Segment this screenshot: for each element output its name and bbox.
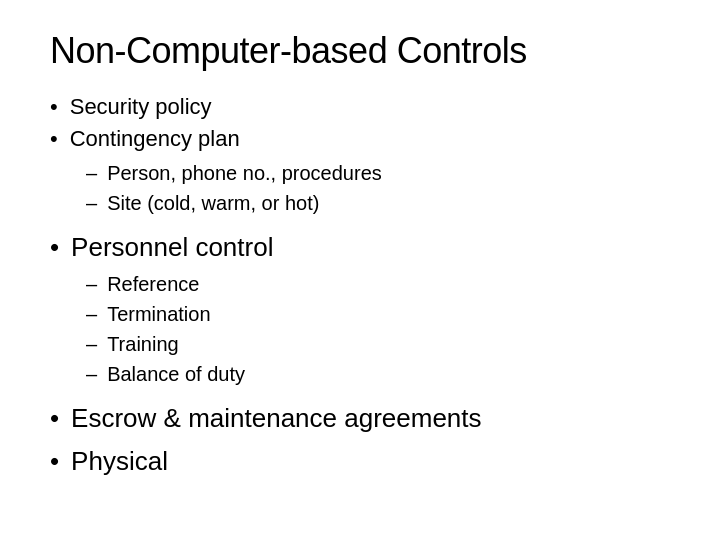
contingency-sub-1: Person, phone no., procedures: [107, 158, 382, 188]
personnel-sub-4: Balance of duty: [107, 359, 245, 389]
security-policy-label: Security policy: [70, 94, 212, 120]
bullet-contingency-plan: • Contingency plan: [50, 126, 670, 152]
personnel-control-label: Personnel control: [71, 232, 273, 263]
sub-dash: –: [86, 188, 97, 218]
personnel-sub-2: Termination: [107, 299, 210, 329]
physical-label: Physical: [71, 446, 168, 477]
sub-dash: –: [86, 329, 97, 359]
bullet-dot: •: [50, 446, 59, 477]
sub-dash: –: [86, 359, 97, 389]
slide-title: Non-Computer-based Controls: [50, 30, 670, 72]
bullet-physical: • Physical: [50, 446, 670, 477]
slide: Non-Computer-based Controls • Security p…: [0, 0, 720, 540]
contingency-sub-items: – Person, phone no., procedures – Site (…: [86, 158, 670, 218]
bullet-personnel-control: • Personnel control: [50, 232, 670, 263]
bullet-dot: •: [50, 403, 59, 434]
sub-item: – Training: [86, 329, 670, 359]
escrow-label: Escrow & maintenance agreements: [71, 403, 481, 434]
bullet-security-policy: • Security policy: [50, 94, 670, 120]
personnel-sub-3: Training: [107, 329, 179, 359]
personnel-sub-1: Reference: [107, 269, 199, 299]
sub-item: – Site (cold, warm, or hot): [86, 188, 670, 218]
sub-item: – Person, phone no., procedures: [86, 158, 670, 188]
bullet-dot: •: [50, 232, 59, 263]
contingency-plan-label: Contingency plan: [70, 126, 240, 152]
sub-dash: –: [86, 158, 97, 188]
sub-item: – Balance of duty: [86, 359, 670, 389]
sub-dash: –: [86, 299, 97, 329]
bullet-escrow: • Escrow & maintenance agreements: [50, 403, 670, 434]
sub-item: – Reference: [86, 269, 670, 299]
sub-dash: –: [86, 269, 97, 299]
sub-item: – Termination: [86, 299, 670, 329]
personnel-sub-items: – Reference – Termination – Training – B…: [86, 269, 670, 389]
contingency-sub-2: Site (cold, warm, or hot): [107, 188, 319, 218]
bullet-dot: •: [50, 126, 58, 152]
bullet-dot: •: [50, 94, 58, 120]
content-area: • Security policy • Contingency plan – P…: [50, 94, 670, 479]
